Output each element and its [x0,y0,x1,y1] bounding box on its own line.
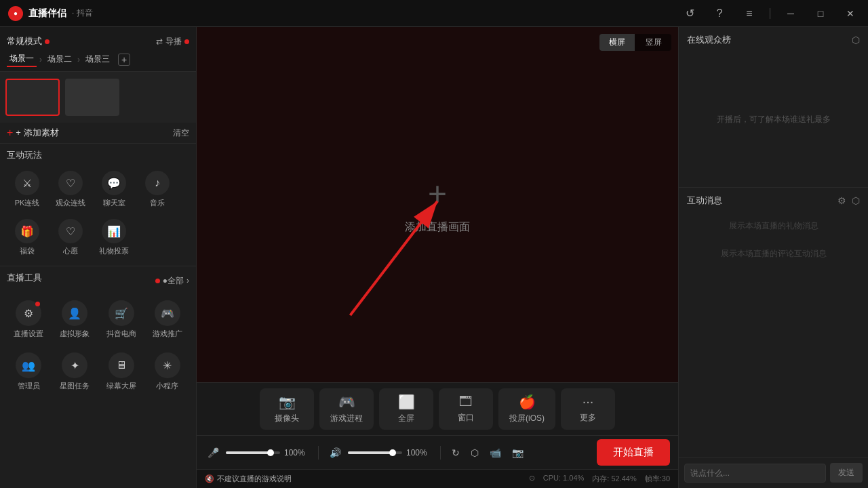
interaction-chat[interactable]: 💬 聊天室 [94,167,134,212]
expand-msg-icon[interactable]: ⬡ [852,195,860,206]
interaction-music[interactable]: ♪ 音乐 [137,167,178,212]
settings-icon[interactable]: ↺ [680,4,699,23]
thumb-2[interactable] [65,79,119,116]
ios-label: 投屏(iOS) [509,413,545,424]
interaction-vote[interactable]: 📊 礼物投票 [94,215,134,260]
tool-greenscreen[interactable]: 🖥 绿幕大屏 [100,347,143,396]
tools-all-button[interactable]: ●全部 › [155,275,189,287]
audience-section: 在线观众榜 ⬡ 开播后，可了解本场谁送礼最多 [679,27,868,188]
close-button[interactable]: ✕ [841,4,860,23]
music-icon: ♪ [145,171,170,195]
snapshot-icon[interactable]: 📷 [509,446,526,460]
ctrl-divider-2 [440,446,441,460]
interaction-audience[interactable]: ♡ 观众连线 [50,167,91,212]
live-tools-section: 直播工具 ●全部 › ⚙ 直播设置 👤 虚拟形象 [0,266,196,488]
tools-title: 直播工具 [7,272,42,284]
mic-handle[interactable] [267,449,274,456]
tool-ecommerce[interactable]: 🛒 抖音电商 [100,295,143,344]
tool-miniprogram[interactable]: ✳ 小程序 [146,347,189,396]
gift-bag-icon: 🎁 [15,219,39,243]
app-title: 直播伴侣 [28,7,66,20]
screen-mode-bar: 横屏 竖屏 [599,34,671,51]
import-button[interactable]: ⇄ 导播 [156,36,189,47]
tools-grid: ⚙ 直播设置 👤 虚拟形象 🛒 抖音电商 🎮 游戏推广 👥 [7,295,189,396]
camera-label: 摄像头 [275,413,299,424]
interaction-gift-bag[interactable]: 🎁 福袋 [7,215,47,260]
messages-section: 互动消息 ⚙ ⬡ 展示本场直播的礼物消息 展示本场直播的评论互动消息 发送 [679,188,868,488]
preview-center: + 添加直播画面 [405,175,470,235]
app-logo: ● [8,6,23,21]
cpu-label: ⊙ [529,474,535,484]
star-task-icon: ✦ [62,352,87,378]
mic-control: 🎤 100% [205,446,310,460]
source-window[interactable]: 🗔 窗口 [439,388,493,430]
help-icon[interactable]: ? [710,4,729,23]
tools-dot [155,279,160,283]
expand-icon[interactable]: ⬡ [852,35,860,45]
maximize-button[interactable]: □ [811,4,830,23]
camera-ctrl-icon[interactable]: 📹 [487,446,504,460]
messages-actions: ⚙ ⬡ [837,195,860,206]
source-more[interactable]: ··· 更多 [561,388,615,430]
audience-title: 在线观众榜 [687,34,731,46]
tool-virtual-avatar[interactable]: 👤 虚拟形象 [53,295,96,344]
comment-msg-placeholder: 展示本场直播的评论互动消息 [687,248,860,260]
audience-content: 开播后，可了解本场谁送礼最多 [679,52,868,187]
portrait-mode-button[interactable]: 竖屏 [636,34,671,51]
source-buttons-bar: 📷 摄像头 🎮 游戏进程 ⬜ 全屏 🗔 窗口 🍎 投屏(iOS) ··· 更 [197,382,678,435]
more-icon: ··· [583,394,594,409]
scene-tab-3[interactable]: 场景三 [83,52,113,66]
speaker-handle[interactable] [389,449,396,456]
tool-game-promo[interactable]: 🎮 游戏推广 [146,295,189,344]
scenes-row: 场景一 › 场景二 › 场景三 + [7,52,189,71]
settings-msg-icon[interactable]: ⚙ [837,195,846,206]
interaction-pk[interactable]: ⚔ PK连线 [7,167,47,212]
left-panel: 常规模式 ⇄ 导播 场景一 › 场景二 › 场景三 + [0,27,197,488]
tool-star-task[interactable]: ✦ 星图任务 [53,347,96,396]
add-material-button[interactable]: + + 添加素材 [7,127,59,139]
mic-icon[interactable]: 🎤 [205,446,222,460]
source-game[interactable]: 🎮 游戏进程 [319,388,374,430]
interaction-wish[interactable]: ♡ 心愿 [50,215,91,260]
speaker-slider[interactable] [348,451,402,454]
audience-icon: ♡ [58,171,83,195]
add-scene-plus[interactable]: + [428,175,447,212]
ctrl-divider-1 [318,446,319,460]
start-live-button[interactable]: 开始直播 [597,439,670,466]
minimize-button[interactable]: ─ [781,4,800,23]
clear-button[interactable]: 清空 [173,127,189,139]
thumb-1[interactable] [5,79,60,116]
landscape-mode-button[interactable]: 横屏 [599,34,635,51]
platform-label: · 抖音 [72,7,93,19]
tabs-area: 常规模式 ⇄ 导播 场景一 › 场景二 › 场景三 + [0,27,196,72]
record-icon[interactable]: ⬡ [468,446,481,460]
miniprogram-icon: ✳ [155,352,180,378]
mode-row: 常规模式 ⇄ 导播 [7,33,189,52]
cpu-value: CPU: 1.04% [543,474,585,484]
send-button[interactable]: 发送 [830,463,863,483]
titlebar-right: ↺ ? ≡ ─ □ ✕ [680,4,860,23]
refresh-icon[interactable]: ↻ [449,446,462,460]
tool-live-settings[interactable]: ⚙ 直播设置 [7,295,50,344]
center-panel: 横屏 竖屏 + 添加直播画面 📷 摄像头 [197,27,678,488]
interaction-grid: ⚔ PK连线 ♡ 观众连线 💬 聊天室 ♪ 音乐 🎁 福袋 [7,167,189,260]
mic-slider[interactable] [226,451,280,454]
mic-pct-label: 100% [284,448,310,458]
speaker-control: 🔊 100% [327,446,432,460]
speaker-icon[interactable]: 🔊 [327,446,344,460]
scene-tab-1[interactable]: 场景一 [7,52,37,67]
tool-moderator[interactable]: 👥 管理员 [7,347,50,396]
message-input[interactable] [684,464,826,483]
source-camera[interactable]: 📷 摄像头 [260,388,314,430]
scene-tab-2[interactable]: 场景二 [45,52,75,66]
source-ios[interactable]: 🍎 投屏(iOS) [498,388,555,430]
add-scene-button[interactable]: + [118,54,130,66]
messages-content: 展示本场直播的礼物消息 展示本场直播的评论互动消息 [679,212,868,457]
interaction-title: 互动玩法 [7,149,189,161]
chat-icon: 💬 [102,171,126,195]
window-label: 窗口 [458,412,474,424]
moderator-icon: 👥 [16,352,41,378]
source-fullscreen[interactable]: ⬜ 全屏 [379,388,433,430]
menu-icon[interactable]: ≡ [740,4,759,23]
game-label: 游戏进程 [330,413,363,424]
